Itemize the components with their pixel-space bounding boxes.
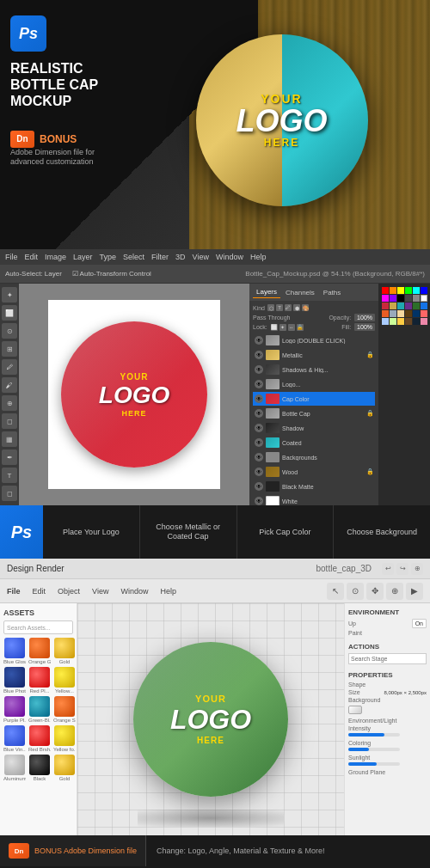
eraser-tool[interactable]: ◻ xyxy=(2,413,17,429)
swatch-rose[interactable] xyxy=(421,318,427,325)
layer-shadow[interactable]: 👁 Shadow xyxy=(253,421,375,435)
eye-black-matte[interactable]: 👁 xyxy=(255,482,263,491)
asset-black[interactable]: Black xyxy=(28,755,51,781)
layer-bottle-cap[interactable]: 👁 Bottle Cap 🔒 xyxy=(253,406,375,420)
dn-orbit-tool[interactable]: ⊙ xyxy=(347,583,364,600)
swatch-black[interactable] xyxy=(397,295,404,302)
menu-help-dn[interactable]: Help xyxy=(160,587,176,596)
eye-shadow[interactable]: 👁 xyxy=(255,424,263,432)
env-on-value[interactable]: On xyxy=(412,619,427,628)
asset-blue-photo[interactable]: Blue Photo xyxy=(3,667,26,694)
tab-layers[interactable]: Layers xyxy=(253,286,280,298)
swatch-forest[interactable] xyxy=(413,303,420,309)
swatch-navy[interactable] xyxy=(413,310,420,317)
dn-pan-tool[interactable]: ✥ xyxy=(366,583,384,600)
asset-yellow[interactable]: Yellow... xyxy=(53,667,76,694)
asset-red2[interactable]: Red Brsh... xyxy=(28,725,51,752)
swatch-purple[interactable] xyxy=(390,295,396,302)
swatch-rust[interactable] xyxy=(382,310,389,317)
eye-backgrounds[interactable]: 👁 xyxy=(255,453,263,462)
move-tool[interactable]: ✦ xyxy=(2,287,17,303)
sunlight-slider[interactable] xyxy=(348,762,400,766)
opacity-value[interactable]: 100% xyxy=(354,314,375,321)
asset-purple[interactable]: Purple Pl... xyxy=(3,696,26,723)
asset-yellow2[interactable]: Yellow fo... xyxy=(53,725,76,752)
menu-help[interactable]: Help xyxy=(250,253,267,261)
eye-cap-color[interactable]: 👁 xyxy=(255,394,263,403)
asset-gold[interactable]: Gold xyxy=(53,638,76,664)
layer-white[interactable]: 👁 White xyxy=(253,494,375,505)
menu-layer[interactable]: Layer xyxy=(73,253,93,261)
swatch-green[interactable] xyxy=(405,287,412,294)
eye-coated[interactable]: 👁 xyxy=(255,438,263,447)
menu-type[interactable]: Type xyxy=(100,253,117,261)
swatch-gray[interactable] xyxy=(413,295,420,302)
swatch-brown[interactable] xyxy=(405,310,412,317)
fill-value[interactable]: 100% xyxy=(354,323,375,331)
swatch-yellow[interactable] xyxy=(397,287,404,294)
layer-shadows[interactable]: 👁 Shadows & Hig... xyxy=(253,363,375,376)
swatch-crimson[interactable] xyxy=(382,303,389,309)
eye-shadows[interactable]: 👁 xyxy=(255,365,263,374)
menu-view-dn[interactable]: View xyxy=(92,587,108,596)
pen-tool[interactable]: ✒ xyxy=(2,449,17,465)
tab-channels[interactable]: Channels xyxy=(282,287,318,298)
swatch-amber[interactable] xyxy=(397,318,404,325)
toolbar-icon-1[interactable]: ↩ xyxy=(382,563,394,575)
swatch-white[interactable] xyxy=(421,295,427,302)
asset-blue2[interactable]: Blue Vin... xyxy=(3,725,26,752)
layer-metallic[interactable]: 👁 Metallic 🔒 xyxy=(253,348,375,362)
text-tool[interactable]: T xyxy=(2,468,17,483)
asset-orange[interactable]: Orange G... xyxy=(28,638,51,664)
asset-blue-gloss[interactable]: Blue Gloss xyxy=(3,638,26,664)
swatch-orange[interactable] xyxy=(390,287,396,294)
brush-tool[interactable]: 🖌 xyxy=(2,377,17,393)
menu-window[interactable]: Window xyxy=(216,253,243,261)
swatch-gold[interactable] xyxy=(390,303,396,309)
layer-wood[interactable]: 👁 Wood 🔒 xyxy=(253,465,375,479)
toolbar-icon-2[interactable]: ↪ xyxy=(396,563,408,575)
swatch-cyan[interactable] xyxy=(413,287,420,294)
lasso-tool[interactable]: ⊙ xyxy=(2,323,17,339)
asset-gold2[interactable]: Gold xyxy=(53,755,76,781)
menu-filter[interactable]: Filter xyxy=(151,253,169,261)
eye-bottle-cap[interactable]: 👁 xyxy=(255,409,263,418)
bg-color-swatch[interactable] xyxy=(348,706,362,714)
tab-paths[interactable]: Paths xyxy=(320,287,344,298)
layer-logo2[interactable]: 👁 Logo... xyxy=(253,377,375,391)
eye-metallic[interactable]: 👁 xyxy=(255,351,263,359)
swatch-chocolate[interactable] xyxy=(405,318,412,325)
eyedropper-tool[interactable]: 🖉 xyxy=(2,359,17,375)
search-stage[interactable]: Search Stage xyxy=(348,653,427,664)
menu-image[interactable]: Image xyxy=(45,253,66,261)
layer-backgrounds[interactable]: 👁 Backgrounds xyxy=(253,450,375,464)
toolbar-icon-3[interactable]: ⊕ xyxy=(411,563,423,575)
coloring-slider[interactable] xyxy=(348,748,400,751)
dn-render-tool[interactable]: ▶ xyxy=(406,583,423,600)
eye-white[interactable]: 👁 xyxy=(255,497,263,505)
menu-design[interactable]: File xyxy=(7,587,21,596)
menu-view[interactable]: View xyxy=(193,253,209,261)
menu-select[interactable]: Select xyxy=(123,253,144,261)
eye-wood[interactable]: 👁 xyxy=(255,468,263,476)
select-tool[interactable]: ⬜ xyxy=(2,305,17,321)
menu-edit[interactable]: Edit xyxy=(25,253,39,261)
menu-file[interactable]: File xyxy=(5,253,18,261)
eye-logo[interactable]: 👁 xyxy=(255,336,263,345)
dn-select-tool[interactable]: ↖ xyxy=(327,583,344,600)
asset-chrome[interactable]: Aluminum xyxy=(3,755,26,781)
dn-zoom-tool[interactable]: ⊕ xyxy=(386,583,403,600)
search-assets[interactable]: Search Assets... xyxy=(3,620,73,634)
layer-cap-color[interactable]: 👁 Cap Color xyxy=(253,392,375,406)
swatch-violet[interactable] xyxy=(405,303,412,309)
intensity-slider[interactable] xyxy=(348,733,400,737)
layer-coated[interactable]: 👁 Coated xyxy=(253,436,375,449)
swatch-mint[interactable] xyxy=(390,318,396,325)
swatch-red[interactable] xyxy=(382,287,389,294)
swatch-ps-blue[interactable] xyxy=(421,303,427,309)
asset-orange2[interactable]: Orange S... xyxy=(53,696,76,723)
swatch-lightblue[interactable] xyxy=(382,318,389,325)
gradient-tool[interactable]: ▦ xyxy=(2,431,17,447)
swatch-cream[interactable] xyxy=(397,310,404,317)
shape-tool[interactable]: ◻ xyxy=(2,486,17,501)
